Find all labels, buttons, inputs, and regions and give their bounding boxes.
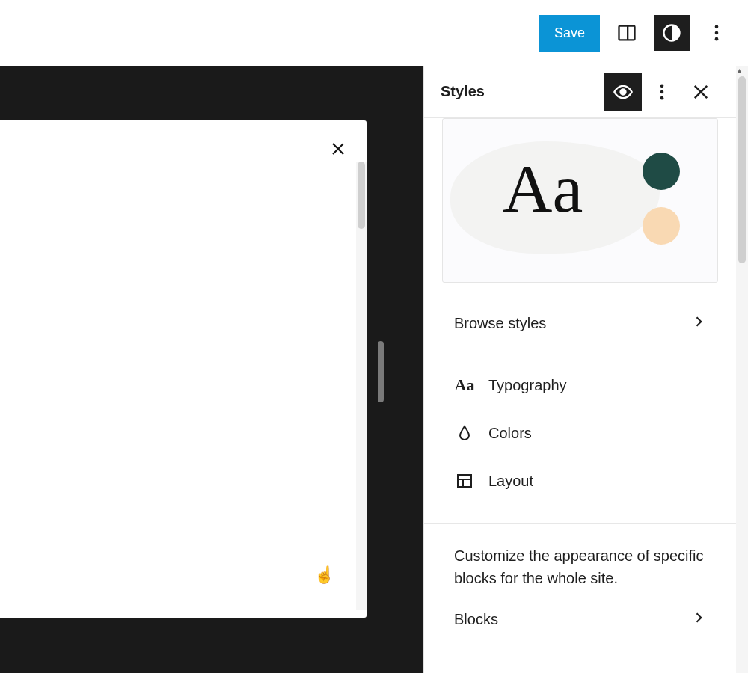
canvas-close-button[interactable] [323,134,353,164]
outer-scrollbar-thumb[interactable] [378,341,384,402]
typography-row[interactable]: Aa Typography [424,361,736,409]
svg-point-10 [660,90,664,93]
top-bar: Save [0,0,748,66]
chevron-right-icon [691,314,706,333]
chevron-right-icon [691,610,706,629]
browse-styles-label: Browse styles [454,315,546,332]
layout-icon [454,470,475,491]
canvas-scrollbar[interactable] [356,162,367,610]
styles-sidebar: Styles [423,66,748,673]
drop-icon [454,423,475,443]
svg-point-5 [715,37,719,41]
preview-typography-sample: Aa [503,149,583,228]
svg-rect-14 [458,475,471,487]
kebab-icon [706,22,727,43]
layout-label: Layout [488,473,533,490]
stylebook-toggle[interactable] [604,73,642,111]
typography-icon: Aa [454,375,475,396]
sidebar-header: Styles [424,66,736,118]
styles-more-menu[interactable] [643,73,681,111]
preview-color-swatch-1 [643,153,680,190]
editor-canvas: y ☝ [0,66,423,673]
typography-label: Typography [488,377,567,394]
blocks-label: Blocks [454,611,498,628]
browse-styles-row[interactable]: Browse styles [424,301,736,346]
canvas-frame: y [0,120,367,618]
more-options-button[interactable] [699,15,735,51]
blocks-row[interactable]: Blocks [424,597,736,642]
layout-row[interactable]: Layout [424,457,736,505]
settings-panel-toggle[interactable] [609,15,645,51]
close-icon [690,82,711,102]
colors-label: Colors [488,425,532,442]
kebab-icon [652,82,672,102]
blocks-description: Customize the appearance of specific blo… [424,524,736,597]
svg-point-11 [660,96,664,99]
style-preview-card[interactable]: Aa [442,118,718,283]
svg-point-3 [715,25,719,29]
svg-point-4 [715,31,719,35]
sidebar-title: Styles [441,83,604,100]
svg-point-9 [660,84,664,88]
svg-point-8 [621,89,626,94]
save-button[interactable]: Save [539,15,600,52]
sidebar-scrollbar[interactable] [736,66,748,673]
styles-toggle-button[interactable] [654,15,690,51]
eye-icon [613,82,634,102]
canvas-scrollbar-thumb[interactable] [358,162,365,229]
sidebar-scrollbar-thumb[interactable] [738,76,746,263]
contrast-icon [661,22,682,43]
close-icon [329,140,347,158]
sidebar-close-button[interactable] [682,73,720,111]
preview-color-swatch-2 [643,207,680,245]
colors-row[interactable]: Colors [424,409,736,457]
panel-icon [616,22,637,43]
main-area: y ☝ Styles [0,66,748,673]
